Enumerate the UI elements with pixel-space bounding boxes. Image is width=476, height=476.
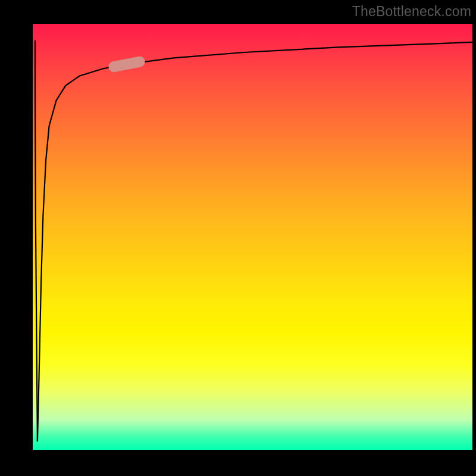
chart-frame: TheBottleneck.com [0, 0, 476, 476]
watermark-text: TheBottleneck.com [352, 4, 471, 20]
chart-plot-area [33, 24, 472, 450]
